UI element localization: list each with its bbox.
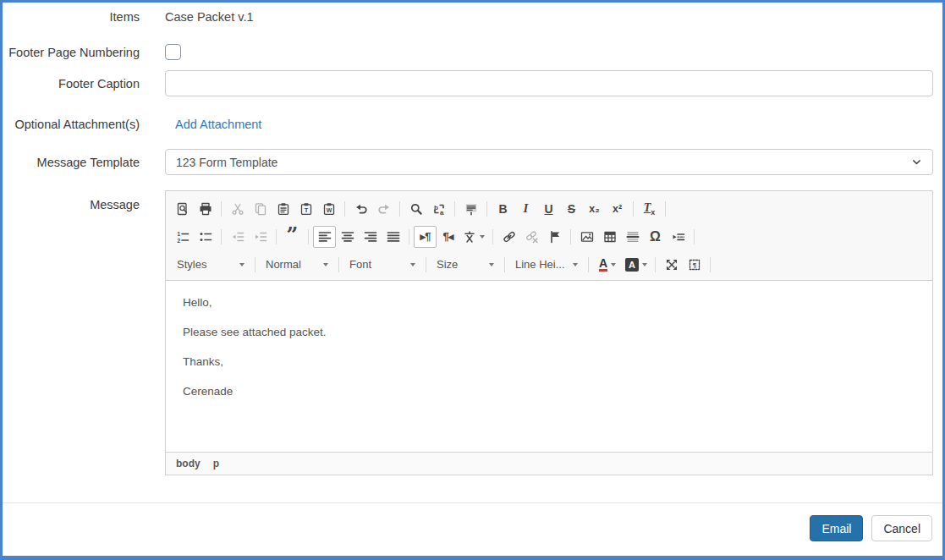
numbered-list-icon: 12 — [176, 230, 190, 244]
svg-text:T: T — [304, 206, 308, 214]
superscript-button[interactable]: x² — [606, 198, 629, 220]
special-character-button[interactable]: Ω — [644, 226, 667, 248]
cancel-button[interactable]: Cancel — [871, 515, 932, 541]
preview-button[interactable] — [171, 198, 194, 220]
align-right-icon — [364, 230, 377, 244]
message-template-row: Message Template 123 Form Template — [3, 149, 942, 175]
redo-icon — [377, 202, 391, 216]
select-all-button[interactable] — [459, 198, 482, 220]
styles-dropdown[interactable]: Styles — [171, 254, 250, 276]
text-direction-ltr-glyph: ▸¶ — [420, 230, 431, 243]
paste-from-word-button[interactable]: W — [317, 198, 340, 220]
italic-button[interactable]: I — [514, 198, 537, 220]
line-height-dropdown[interactable]: Line Hei... — [509, 254, 584, 276]
blockquote-button[interactable]: ” — [281, 226, 304, 248]
text-direction-rtl-glyph: ¶◂ — [443, 230, 453, 243]
increase-indent-button[interactable] — [249, 226, 272, 248]
styles-dropdown-label: Styles — [177, 258, 206, 271]
toolbar-separator — [426, 257, 426, 272]
background-color-button[interactable]: A — [622, 254, 651, 276]
size-dropdown-label: Size — [437, 258, 458, 271]
underline-button[interactable]: U — [537, 198, 560, 220]
toolbar-separator — [504, 257, 505, 272]
text-direction-ltr-button[interactable]: ▸¶ — [414, 226, 437, 248]
remove-format-button[interactable]: Tx — [638, 198, 661, 220]
toolbar-separator — [338, 257, 339, 272]
replace-button[interactable]: ba — [427, 198, 450, 220]
redo-button[interactable] — [372, 198, 395, 220]
strikethrough-button[interactable]: S — [560, 198, 583, 220]
find-icon — [409, 202, 423, 216]
align-left-button[interactable] — [313, 226, 336, 248]
footer-page-numbering-checkbox[interactable] — [165, 44, 181, 60]
blockquote-glyph: ” — [287, 231, 299, 243]
image-button[interactable] — [575, 226, 598, 248]
copy-button[interactable] — [249, 198, 272, 220]
numbered-list-button[interactable]: 12 — [171, 226, 194, 248]
svg-text:1: 1 — [177, 231, 180, 237]
footer-caption-label: Footer Caption — [3, 77, 140, 91]
show-blocks-button[interactable]: ¶ — [683, 254, 706, 276]
toolbar-separator — [308, 229, 309, 244]
paste-plain-text-icon: T — [299, 202, 313, 216]
toolbar-separator — [588, 257, 589, 272]
chevron-down-icon — [489, 263, 494, 266]
footer-caption-input[interactable] — [165, 70, 933, 96]
subscript-button[interactable]: x₂ — [583, 198, 606, 220]
message-template-select[interactable]: 123 Form Template — [165, 149, 933, 175]
cut-button[interactable] — [226, 198, 249, 220]
text-direction-rtl-button[interactable]: ¶◂ — [437, 226, 459, 248]
paste-button[interactable] — [272, 198, 294, 220]
link-icon — [503, 230, 516, 244]
chevron-down-icon — [239, 263, 244, 266]
justify-icon — [387, 230, 400, 244]
undo-icon — [354, 202, 368, 216]
cut-icon — [231, 202, 244, 216]
table-button[interactable] — [598, 226, 621, 248]
message-label: Message — [3, 190, 140, 211]
page-break-button[interactable] — [667, 226, 690, 248]
italic-glyph: I — [524, 201, 529, 216]
align-right-button[interactable] — [359, 226, 382, 248]
replace-icon: ba — [432, 202, 446, 216]
find-button[interactable] — [404, 198, 427, 220]
font-dropdown[interactable]: Font — [343, 254, 421, 276]
print-button[interactable] — [194, 198, 217, 220]
toolbar-separator — [409, 229, 409, 244]
add-attachment-link[interactable]: Add Attachment — [175, 118, 261, 131]
decrease-indent-button[interactable] — [226, 226, 249, 248]
decrease-indent-icon — [231, 230, 244, 244]
bulleted-list-button[interactable] — [194, 226, 217, 248]
dialog-footer: Email Cancel — [3, 503, 942, 541]
link-button[interactable] — [497, 226, 520, 248]
toolbar-row-3: Styles Normal Font Size — [171, 250, 927, 278]
bold-button[interactable]: B — [492, 198, 514, 220]
text-color-button[interactable]: A — [593, 254, 622, 276]
optional-attachments-row: Optional Attachment(s) Add Attachment — [3, 117, 942, 132]
email-button[interactable]: Email — [810, 515, 863, 541]
language-button[interactable] — [459, 226, 488, 248]
justify-button[interactable] — [382, 226, 404, 248]
align-center-button[interactable] — [336, 226, 359, 248]
paste-plain-text-button[interactable]: T — [294, 198, 317, 220]
element-path-p[interactable]: p — [213, 458, 219, 469]
message-paragraph: Thanks, — [183, 355, 915, 368]
element-path-body[interactable]: body — [176, 458, 201, 469]
increase-indent-icon — [254, 230, 267, 244]
unlink-button[interactable] — [520, 226, 543, 248]
toolbar-row-1: T W b — [171, 195, 927, 222]
anchor-button[interactable] — [543, 226, 566, 248]
editor-content[interactable]: Hello, Please see attached packet. Thank… — [166, 281, 932, 452]
chevron-down-icon — [573, 263, 578, 266]
horizontal-rule-button[interactable] — [621, 226, 644, 248]
format-dropdown[interactable]: Normal — [260, 254, 334, 276]
size-dropdown[interactable]: Size — [431, 254, 500, 276]
svg-text:W: W — [326, 207, 332, 213]
subscript-glyph: x₂ — [589, 203, 600, 215]
image-icon — [580, 230, 594, 244]
maximize-button[interactable] — [660, 254, 683, 276]
toolbar-separator — [694, 229, 695, 244]
undo-button[interactable] — [349, 198, 372, 220]
strikethrough-glyph: S — [568, 202, 575, 216]
optional-attachments-label: Optional Attachment(s) — [3, 118, 140, 131]
